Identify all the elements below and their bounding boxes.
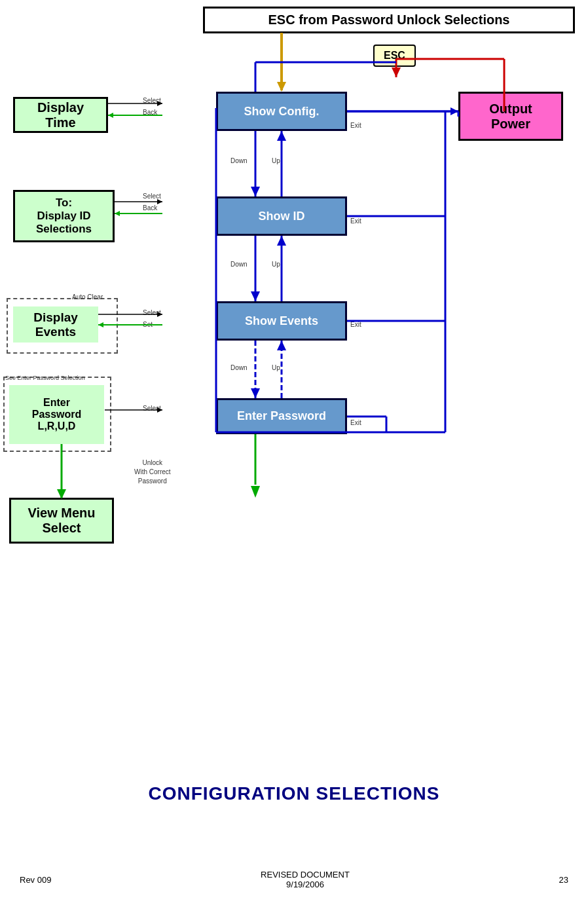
display-id-box: To: Display ID Selections (13, 190, 115, 242)
svg-marker-30 (157, 199, 162, 204)
svg-marker-16 (251, 291, 260, 301)
auto-clear-label: Auto Clear (72, 293, 103, 301)
svg-marker-24 (251, 486, 260, 498)
show-id-box: Show ID (216, 196, 347, 236)
set-label: Set (143, 321, 153, 328)
config-heading: CONFIGURATION SELECTIONS (0, 783, 588, 804)
back1-label: Back (143, 109, 157, 116)
back2-label: Back (143, 204, 157, 212)
enter-password-left-box: Enter Password L,R,U,D (9, 385, 104, 444)
esc-button[interactable]: ESC (373, 45, 416, 67)
footer-page: 23 (559, 875, 568, 885)
view-menu-select-box: View Menu Select (9, 498, 114, 544)
display-events-box: Display Events (13, 306, 98, 343)
select3-label: Select (143, 309, 161, 316)
page-container: ESC from Password Unlock Selections ESC … (0, 0, 588, 909)
svg-marker-20 (251, 388, 260, 398)
select2-label: Select (143, 193, 161, 200)
svg-marker-28 (108, 113, 113, 118)
down2-label: Down (230, 261, 248, 268)
svg-marker-14 (277, 131, 286, 141)
display-time-box: Display Time (13, 97, 108, 133)
svg-marker-49 (450, 107, 458, 115)
unlock-label: Unlock With Correct Password (134, 458, 171, 486)
select1-label: Select (143, 97, 161, 104)
arrows-svg (0, 0, 588, 576)
svg-marker-42 (392, 67, 401, 77)
show-config-box: Show Config. (216, 92, 347, 131)
up1-label: Up (272, 157, 280, 164)
footer-doc: REVISED DOCUMENT 9/19/2006 (261, 870, 350, 889)
footer: Rev 009 REVISED DOCUMENT 9/19/2006 23 (0, 870, 588, 889)
select4-label: Select (143, 405, 161, 412)
output-power-box: Output Power (458, 92, 563, 141)
exit2-label: Exit (350, 217, 361, 225)
down1-label: Down (230, 157, 248, 164)
footer-rev: Rev 009 (20, 875, 51, 885)
show-events-box: Show Events (216, 301, 347, 341)
see-enter-password-label: See Enter Password Selection (5, 375, 85, 381)
up2-label: Up (272, 261, 280, 268)
exit3-label: Exit (350, 321, 361, 328)
enter-password-box: Enter Password (216, 398, 347, 434)
title-box: ESC from Password Unlock Selections (203, 7, 575, 33)
exit4-label: Exit (350, 419, 361, 426)
svg-marker-32 (115, 211, 120, 216)
svg-marker-22 (277, 341, 286, 350)
svg-marker-12 (251, 187, 260, 196)
down3-label: Down (230, 364, 248, 371)
svg-marker-44 (277, 82, 286, 92)
up3-label: Up (272, 364, 280, 371)
svg-marker-18 (277, 236, 286, 246)
exit1-label: Exit (350, 122, 361, 129)
title-text: ESC from Password Unlock Selections (268, 12, 510, 27)
